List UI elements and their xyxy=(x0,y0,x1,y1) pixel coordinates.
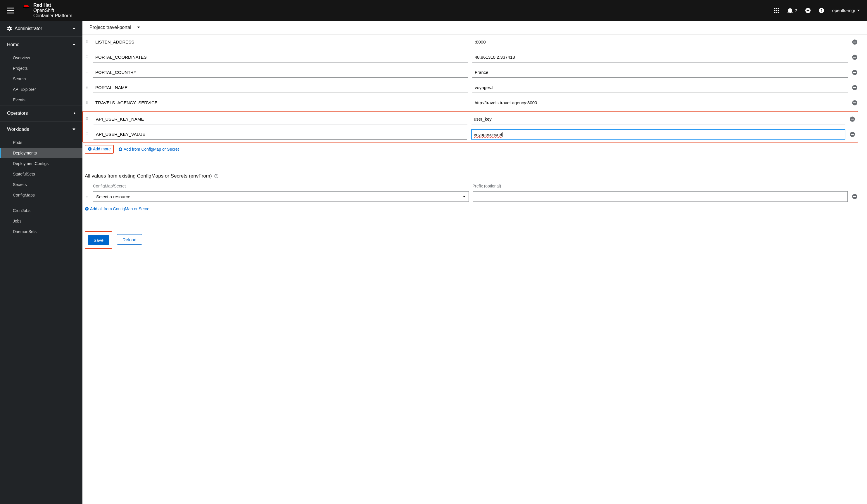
env-value-input[interactable] xyxy=(472,67,848,78)
sidebar-item-cronjobs[interactable]: CronJobs xyxy=(0,205,83,216)
env-name-input[interactable] xyxy=(94,129,467,140)
drag-handle[interactable]: ⠿ xyxy=(85,196,89,197)
remove-env-button[interactable] xyxy=(849,131,855,137)
sidebar-item-overview[interactable]: Overview xyxy=(0,53,83,63)
remove-env-button[interactable] xyxy=(852,69,858,75)
env-name-input[interactable] xyxy=(93,98,468,108)
env-row: ⠿ xyxy=(83,80,860,95)
envfrom-heading: All values from existing ConfigMaps or S… xyxy=(83,173,860,179)
project-name: travel-portal xyxy=(106,25,131,30)
menu-toggle[interactable] xyxy=(7,8,14,13)
sidebar-item-jobs[interactable]: Jobs xyxy=(0,216,83,226)
env-name-input[interactable] xyxy=(93,83,468,93)
drag-handle[interactable]: ⠿ xyxy=(85,87,89,88)
gears-icon xyxy=(7,26,12,31)
drag-handle[interactable]: ⠿ xyxy=(85,72,89,73)
brand-text-1: Red Hat xyxy=(33,3,51,8)
save-button[interactable]: Save xyxy=(88,235,109,245)
grid-icon xyxy=(774,8,779,13)
env-name-input[interactable] xyxy=(93,52,468,63)
add-all-from-link[interactable]: Add all from ConfigMap or Secret xyxy=(85,206,151,211)
username: opentlc-mgr xyxy=(832,8,855,13)
nav-home[interactable]: Home xyxy=(0,37,83,53)
sidebar-item-api-explorer[interactable]: API Explorer xyxy=(0,84,83,95)
project-dropdown[interactable] xyxy=(137,26,140,28)
env-value-input[interactable] xyxy=(472,52,848,63)
env-name-input[interactable] xyxy=(93,67,468,78)
bell-icon xyxy=(788,8,793,13)
help-button[interactable]: ? xyxy=(819,8,824,13)
drag-handle[interactable]: ⠿ xyxy=(85,118,89,120)
sidebar-item-deploymentconfigs[interactable]: DeploymentConfigs xyxy=(0,158,83,169)
svg-rect-6 xyxy=(778,10,780,11)
masthead: Red Hat OpenShift Container Platform 2 ?… xyxy=(0,0,867,21)
separator xyxy=(85,224,860,224)
sidebar-item-configmaps[interactable]: ConfigMaps xyxy=(0,190,83,200)
env-name-input[interactable] xyxy=(93,37,468,47)
svg-rect-22 xyxy=(853,102,856,103)
env-value-input[interactable] xyxy=(472,37,848,47)
brand: Red Hat OpenShift Container Platform xyxy=(22,3,72,19)
main-scroll[interactable]: ⠿⠿⠿⠿⠿ ⠿ ⠿ voyagessecret xyxy=(83,34,867,504)
caret-down-icon xyxy=(857,10,860,11)
remove-env-button[interactable] xyxy=(852,39,858,45)
svg-rect-32 xyxy=(853,196,856,197)
env-name-input[interactable] xyxy=(94,114,468,124)
sidebar-item-search[interactable]: Search xyxy=(0,74,83,84)
notification-count: 2 xyxy=(794,8,797,13)
help-icon[interactable]: ? xyxy=(214,174,218,178)
env-row: ⠿ xyxy=(83,65,860,80)
svg-text:?: ? xyxy=(215,175,217,177)
remove-env-button[interactable] xyxy=(852,54,858,60)
perspective-switcher[interactable]: Administrator xyxy=(0,21,83,37)
env-value-input[interactable]: voyagessecret xyxy=(471,129,845,140)
sidebar-item-statefulsets[interactable]: StatefulSets xyxy=(0,169,83,179)
nav-home-label: Home xyxy=(7,42,20,47)
add-button[interactable] xyxy=(805,8,811,13)
configmap-select[interactable]: Select a resource xyxy=(93,191,469,202)
nav-operators[interactable]: Operators xyxy=(0,105,83,121)
sidebar-item-pods[interactable]: Pods xyxy=(0,137,83,148)
notifications[interactable]: 2 xyxy=(788,8,797,13)
drag-handle[interactable]: ⠿ xyxy=(85,41,89,43)
drag-handle[interactable]: ⠿ xyxy=(85,102,89,104)
nav-workloads[interactable]: Workloads xyxy=(0,121,83,137)
add-more-link[interactable]: Add more xyxy=(88,146,111,151)
sidebar-item-projects[interactable]: Projects xyxy=(0,63,83,74)
reload-button[interactable]: Reload xyxy=(117,234,142,245)
prefix-input[interactable] xyxy=(473,191,848,202)
chevron-down-icon xyxy=(73,44,75,46)
env-value-input[interactable] xyxy=(472,98,848,108)
remove-env-button[interactable] xyxy=(849,116,855,122)
svg-rect-3 xyxy=(778,8,780,9)
app-launcher[interactable] xyxy=(774,8,779,13)
env-row: ⠿ voyagessecret xyxy=(83,127,858,142)
svg-rect-9 xyxy=(778,12,780,13)
highlight-save: Save xyxy=(85,231,112,249)
highlight-new-env: ⠿ ⠿ voyagessecret xyxy=(83,111,858,142)
user-menu[interactable]: opentlc-mgr xyxy=(832,8,860,13)
svg-text:?: ? xyxy=(820,9,823,13)
remove-envfrom-button[interactable] xyxy=(852,194,858,199)
svg-rect-7 xyxy=(774,12,775,13)
sidebar-item-deployments[interactable]: Deployments xyxy=(0,148,83,158)
env-row: ⠿ xyxy=(83,50,860,65)
env-row: ⠿ xyxy=(83,111,858,127)
drag-handle[interactable]: ⠿ xyxy=(85,133,89,135)
caret-down-icon xyxy=(463,196,465,197)
drag-handle[interactable]: ⠿ xyxy=(85,56,89,58)
sidebar-item-daemonsets[interactable]: DaemonSets xyxy=(0,226,83,237)
remove-env-button[interactable] xyxy=(852,100,858,106)
remove-env-button[interactable] xyxy=(852,85,858,90)
env-value-input[interactable] xyxy=(472,83,848,93)
svg-rect-26 xyxy=(851,134,854,135)
sidebar-item-events[interactable]: Events xyxy=(0,95,83,105)
sidebar: Administrator Home Overview Projects Sea… xyxy=(0,21,83,504)
env-value-input[interactable] xyxy=(471,114,845,124)
plus-circle-icon xyxy=(88,147,92,151)
nav-divider xyxy=(13,202,69,203)
label-configmap-secret: ConfigMap/Secret xyxy=(93,184,468,188)
masthead-right: 2 ? opentlc-mgr xyxy=(774,8,860,13)
add-from-configmap-link[interactable]: Add from ConfigMap or Secret xyxy=(118,147,179,152)
sidebar-item-secrets[interactable]: Secrets xyxy=(0,179,83,190)
